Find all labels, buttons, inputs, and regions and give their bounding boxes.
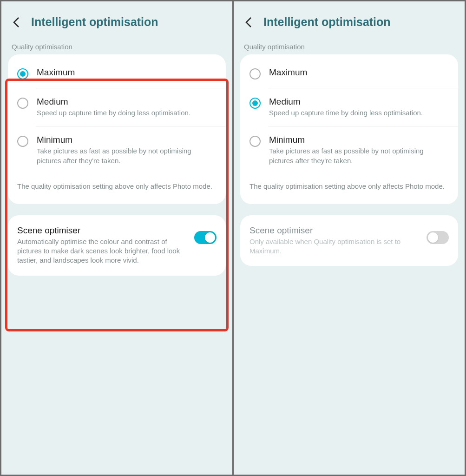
option-desc: Speed up capture time by doing less opti…	[269, 108, 449, 118]
scene-desc: Only available when Quality optimisation…	[249, 237, 420, 256]
scene-title: Scene optimiser	[249, 225, 420, 236]
screen-right: Intelligent optimisation Quality optimis…	[234, 1, 465, 475]
option-label: Medium	[269, 97, 449, 107]
scene-title: Scene optimiser	[17, 225, 188, 236]
option-medium[interactable]: Medium Speed up capture time by doing le…	[240, 88, 458, 126]
option-label: Maximum	[269, 67, 449, 78]
option-minimum[interactable]: Minimum Take pictures as fast as possibl…	[8, 126, 226, 174]
option-label: Medium	[37, 97, 217, 107]
scene-toggle	[427, 231, 449, 244]
footnote: The quality optimisation setting above o…	[8, 174, 226, 199]
radio-icon[interactable]	[17, 98, 28, 109]
screen-left: Intelligent optimisation Quality optimis…	[1, 1, 232, 475]
page-title: Intelligent optimisation	[263, 15, 391, 29]
radio-icon[interactable]	[17, 136, 28, 147]
scene-optimiser-card: Scene optimiser Only available when Qual…	[240, 215, 458, 266]
radio-icon[interactable]	[249, 136, 261, 147]
quality-card: Maximum Medium Speed up capture time by …	[8, 54, 226, 204]
option-maximum[interactable]: Maximum	[8, 59, 226, 88]
back-icon[interactable]	[243, 17, 254, 28]
radio-icon[interactable]	[17, 68, 28, 79]
option-label: Minimum	[269, 135, 449, 145]
section-label: Quality optimisation	[1, 38, 232, 54]
header: Intelligent optimisation	[234, 1, 465, 38]
option-label: Maximum	[37, 67, 217, 78]
option-label: Minimum	[37, 135, 217, 145]
scene-toggle[interactable]	[194, 231, 217, 244]
footnote: The quality optimisation setting above o…	[240, 174, 458, 199]
section-label: Quality optimisation	[234, 38, 465, 54]
option-desc: Take pictures as fast as possible by not…	[37, 146, 217, 165]
option-desc: Take pictures as fast as possible by not…	[269, 146, 449, 165]
option-desc: Speed up capture time by doing less opti…	[37, 108, 217, 118]
option-medium[interactable]: Medium Speed up capture time by doing le…	[8, 88, 226, 126]
scene-optimiser-card[interactable]: Scene optimiser Automatically optimise t…	[8, 215, 226, 276]
back-icon[interactable]	[11, 17, 22, 28]
radio-icon[interactable]	[249, 68, 261, 79]
radio-icon[interactable]	[249, 98, 261, 109]
scene-desc: Automatically optimise the colour and co…	[17, 237, 188, 265]
option-maximum[interactable]: Maximum	[240, 59, 458, 88]
quality-card: Maximum Medium Speed up capture time by …	[240, 54, 458, 204]
option-minimum[interactable]: Minimum Take pictures as fast as possibl…	[240, 126, 458, 174]
page-title: Intelligent optimisation	[31, 15, 158, 29]
header: Intelligent optimisation	[1, 1, 232, 38]
